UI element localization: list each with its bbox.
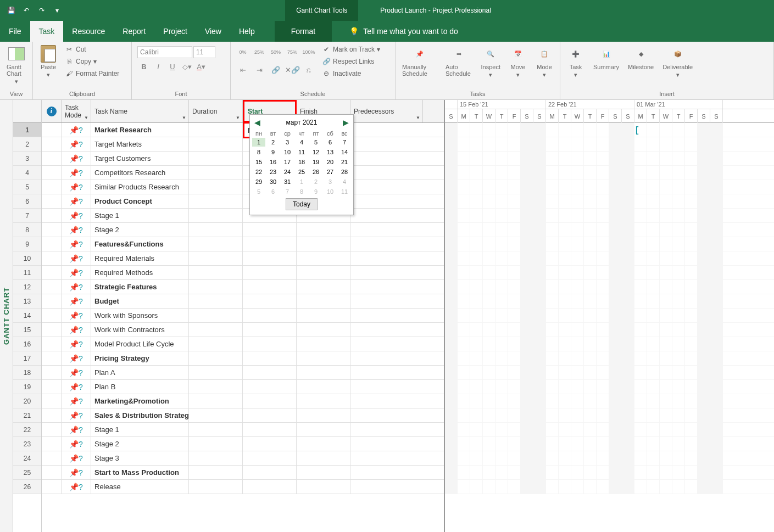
row-number[interactable]: 19	[13, 380, 41, 394]
insert-milestone-button[interactable]: ◆Milestone	[625, 44, 657, 71]
task-row[interactable]: 📌?Plan A	[42, 366, 444, 380]
cell-mode[interactable]: 📌?	[62, 280, 91, 294]
cell-start[interactable]	[243, 408, 297, 422]
gantt-timeline[interactable]: 15 Feb '2122 Feb '2101 Mar '21 SMTWTFSSM…	[445, 100, 774, 532]
cell-task-name[interactable]: Plan A	[91, 366, 189, 379]
cell-info[interactable]	[42, 280, 62, 294]
calendar-day[interactable]: 23	[266, 167, 280, 176]
percent-50-button[interactable]: 50%	[269, 46, 282, 58]
cell-duration[interactable]	[189, 152, 243, 165]
calendar-day[interactable]: 2	[266, 138, 280, 147]
cell-mode[interactable]: 📌?	[62, 123, 91, 137]
cell-info[interactable]	[42, 437, 62, 451]
cell-mode[interactable]: 📌?	[62, 194, 91, 208]
menu-view[interactable]: View	[196, 21, 230, 42]
cell-duration[interactable]	[189, 223, 243, 237]
task-row[interactable]: 📌?Model Product Life Cycle	[42, 337, 444, 351]
cell-predecessors[interactable]	[350, 466, 423, 479]
task-row[interactable]: 📌?Stage 3	[42, 451, 444, 466]
cell-predecessors[interactable]	[350, 180, 423, 194]
cell-info[interactable]	[42, 309, 62, 322]
cell-predecessors[interactable]	[350, 251, 423, 265]
menu-report[interactable]: Report	[114, 21, 154, 42]
cell-predecessors[interactable]	[350, 294, 423, 308]
calendar-day[interactable]: 5	[252, 187, 265, 196]
task-row[interactable]: 📌?Competitors Research	[42, 166, 444, 180]
cell-mode[interactable]: 📌?	[62, 223, 91, 237]
menu-resource[interactable]: Resource	[63, 21, 114, 42]
cell-task-name[interactable]: Stage 2	[91, 223, 189, 237]
task-row[interactable]: 📌?Start to Mass Production	[42, 466, 444, 480]
cell-task-name[interactable]: Plan B	[91, 380, 189, 394]
cell-predecessors[interactable]	[350, 194, 423, 208]
calendar-day[interactable]: 26	[309, 167, 322, 176]
cell-task-name[interactable]: Release	[91, 480, 189, 494]
cell-start[interactable]	[243, 323, 297, 337]
cell-duration[interactable]	[189, 408, 243, 422]
cell-duration[interactable]	[189, 123, 243, 137]
cell-start[interactable]	[243, 437, 297, 451]
manually-schedule-button[interactable]: 📌Manually Schedule	[399, 44, 440, 78]
row-number[interactable]: 6	[13, 194, 41, 209]
row-number[interactable]: 9	[13, 237, 41, 251]
cell-task-name[interactable]: Work with Sponsors	[91, 309, 189, 322]
cell-info[interactable]	[42, 223, 62, 237]
menu-project[interactable]: Project	[154, 21, 196, 42]
calendar-day[interactable]: 6	[266, 187, 280, 196]
cell-start[interactable]	[243, 309, 297, 322]
row-number[interactable]: 10	[13, 251, 41, 266]
cell-duration[interactable]	[189, 237, 243, 251]
font-name-select[interactable]	[137, 46, 192, 58]
calendar-day[interactable]: 31	[281, 177, 294, 186]
calendar-day[interactable]: 1	[295, 177, 308, 186]
calendar-day[interactable]: 24	[281, 167, 294, 176]
paste-button[interactable]: Paste ▾	[36, 44, 60, 80]
cell-mode[interactable]: 📌?	[62, 152, 91, 165]
cell-finish[interactable]	[297, 437, 350, 451]
calendar-day[interactable]: 7	[281, 187, 294, 196]
task-row[interactable]: 📌?Budget	[42, 294, 444, 309]
cell-task-name[interactable]: Budget	[91, 294, 189, 308]
cell-info[interactable]	[42, 123, 62, 137]
cell-mode[interactable]: 📌?	[62, 180, 91, 194]
cell-predecessors[interactable]	[350, 166, 423, 180]
cell-start[interactable]	[243, 423, 297, 436]
cell-duration[interactable]	[189, 294, 243, 308]
calendar-day[interactable]: 11	[295, 148, 308, 156]
percent-0-button[interactable]: 0%	[236, 46, 249, 58]
calendar-day[interactable]: 9	[266, 148, 280, 156]
menu-help[interactable]: Help	[230, 21, 264, 42]
cell-start[interactable]	[243, 351, 297, 365]
cell-info[interactable]	[42, 408, 62, 422]
cell-finish[interactable]	[297, 480, 350, 494]
cell-predecessors[interactable]	[350, 223, 423, 237]
cell-duration[interactable]	[189, 480, 243, 494]
task-row[interactable]: 📌?Features&Functions	[42, 237, 444, 251]
split-button[interactable]: ⎌	[302, 64, 315, 76]
cell-finish[interactable]	[297, 251, 350, 265]
calendar-day[interactable]: 8	[295, 187, 308, 196]
cell-task-name[interactable]: Start to Mass Production	[91, 466, 189, 479]
cell-finish[interactable]	[297, 280, 350, 294]
cell-mode[interactable]: 📌?	[62, 251, 91, 265]
calendar-day[interactable]: 5	[309, 138, 322, 147]
cell-duration[interactable]	[189, 209, 243, 222]
cell-start[interactable]	[243, 251, 297, 265]
cell-finish[interactable]	[297, 337, 350, 351]
redo-button[interactable]: ↷	[35, 4, 48, 17]
calendar-day[interactable]: 3	[281, 138, 294, 147]
save-button[interactable]: 💾	[4, 4, 18, 17]
percent-75-button[interactable]: 75%	[286, 46, 299, 58]
cell-mode[interactable]: 📌?	[62, 437, 91, 451]
task-row[interactable]: 📌?Work with Sponsors	[42, 309, 444, 323]
cell-mode[interactable]: 📌?	[62, 380, 91, 394]
cell-finish[interactable]	[297, 266, 350, 279]
cell-info[interactable]	[42, 480, 62, 494]
fill-color-button[interactable]: ◇▾	[180, 60, 193, 72]
cell-start[interactable]	[243, 294, 297, 308]
cell-info[interactable]	[42, 451, 62, 465]
cell-predecessors[interactable]	[350, 237, 423, 251]
cell-predecessors[interactable]	[350, 280, 423, 294]
inactivate-button[interactable]: ⊖Inactivate	[320, 68, 382, 79]
row-number[interactable]: 23	[13, 437, 41, 451]
